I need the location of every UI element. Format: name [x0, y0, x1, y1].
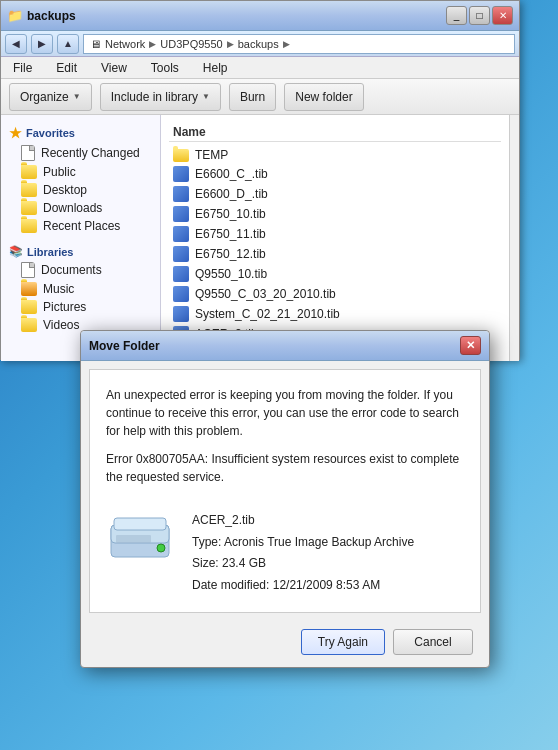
dialog-overlay: Move Folder ✕ An unexpected error is kee…: [0, 0, 558, 750]
cancel-button[interactable]: Cancel: [393, 629, 473, 655]
dialog-footer: Try Again Cancel: [81, 621, 489, 667]
dialog-body: An unexpected error is keeping you from …: [89, 369, 481, 613]
file-name: ACER_2.tib: [192, 510, 414, 532]
dialog-file-info: ACER_2.tib Type: Acronis True Image Back…: [106, 502, 464, 596]
dialog-close-button[interactable]: ✕: [460, 336, 481, 355]
file-details: ACER_2.tib Type: Acronis True Image Back…: [192, 510, 414, 596]
dialog-title: Move Folder: [89, 339, 460, 353]
file-date: Date modified: 12/21/2009 8:53 AM: [192, 575, 414, 597]
dialog-error-code: Error 0x800705AA: Insufficient system re…: [106, 450, 464, 486]
dialog-titlebar: Move Folder ✕: [81, 331, 489, 361]
svg-point-3: [157, 544, 165, 552]
move-folder-dialog: Move Folder ✕ An unexpected error is kee…: [80, 330, 490, 668]
dialog-message: An unexpected error is keeping you from …: [106, 386, 464, 440]
file-size: Size: 23.4 GB: [192, 553, 414, 575]
svg-rect-4: [116, 535, 151, 543]
file-thumbnail: [106, 510, 176, 570]
file-type: Type: Acronis True Image Backup Archive: [192, 532, 414, 554]
svg-rect-2: [114, 518, 166, 530]
try-again-button[interactable]: Try Again: [301, 629, 385, 655]
